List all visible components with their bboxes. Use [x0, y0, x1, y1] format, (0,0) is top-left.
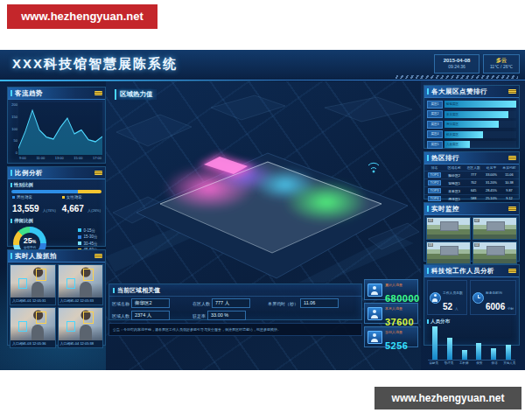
- stop-rate-value: 33.00 %: [207, 311, 246, 320]
- male-bar-segment: [11, 190, 78, 193]
- rank-tag: 展区1: [427, 101, 443, 108]
- panel-face-capture: 实时人脸抓拍 入口相机-01 12:05:31 入口相机-02 12:05:33…: [7, 249, 106, 346]
- face-snapshot[interactable]: 入口相机-04 12:05:38: [58, 307, 104, 348]
- temperature-text: 11℃ / 26℃: [484, 64, 519, 70]
- snapshot-photo: [10, 308, 55, 340]
- snapshot-photo: [59, 308, 103, 340]
- snapshot-photo: [59, 265, 103, 298]
- camera-id: 02: [474, 219, 480, 222]
- face-snapshot[interactable]: 入口相机-03 12:05:36: [10, 307, 56, 348]
- male-swatch: [12, 196, 15, 199]
- snapshot-caption: 入口相机-04 12:05:38: [59, 340, 103, 347]
- panel-menu-icon[interactable]: [508, 206, 516, 211]
- heat-value-label: 区域热力值: [115, 89, 157, 100]
- bar: [462, 350, 467, 360]
- stat-label: 累计人流量: [385, 283, 402, 287]
- stat-card-today-visitors: 当日人流量 5256: [364, 326, 418, 347]
- snapshot-caption: 入口相机-02 12:05:33: [59, 298, 103, 304]
- bar: [491, 348, 496, 360]
- panel-staff-analysis: 科技馆工作人员分析 工作人员总数 52 人 服务总时间 6006 小时 人员分布…: [424, 264, 520, 346]
- table-header-row: 排名区域名称在区人数驻足率单屏均时: [424, 164, 519, 172]
- stat-label: 当日人流量: [385, 330, 402, 334]
- field-label: 区域人数: [112, 313, 130, 318]
- panel-likes-ranking: 各大展区点赞排行 展区1智慧展区 展区2未来展区 展区3海洋展区 展区4航天展区…: [424, 85, 520, 149]
- field-label: 在区人数: [192, 301, 210, 306]
- rank-tag: 展区2: [427, 110, 443, 118]
- rank-bar-row: 展区1智慧展区: [427, 101, 516, 108]
- gender-ratio-bar: [11, 190, 102, 193]
- camera-id: 03: [428, 243, 433, 247]
- female-swatch: [62, 196, 65, 199]
- face-detect-box: [66, 321, 75, 332]
- weather-display: 多云 11℃ / 26℃: [483, 54, 520, 74]
- panel-hot-zone-ranking: 热区排行 排名区域名称在区人数驻足率单屏均时 TOP1御华区277733.00%…: [424, 151, 520, 200]
- title-bar: XXX科技馆智慧展陈系统 2015-04-08 09:24:36 多云 11℃ …: [0, 50, 525, 80]
- stat-label: 本月人流量: [385, 306, 402, 311]
- stat-value: 5256: [385, 340, 408, 351]
- table-row: TOP2智慧区170231.20%10.38: [424, 179, 519, 187]
- field-label: 单屏均时（秒）: [268, 301, 298, 306]
- area-name-value[interactable]: 御华区2: [131, 298, 170, 308]
- time-text: 09:24:36: [435, 64, 479, 70]
- face-detect-box: [66, 278, 75, 289]
- face-detect-box: [36, 312, 46, 324]
- bar: [432, 326, 438, 360]
- visitors-icon: [368, 331, 382, 344]
- rank-bar: 海洋展区: [444, 121, 499, 128]
- flow-y-axis: 200150100500: [10, 102, 18, 155]
- ratio-title: 比例分析: [15, 169, 43, 178]
- snapshot-photo: [10, 265, 55, 298]
- avg-screen-time-value: 11.06: [300, 298, 339, 308]
- panel-flow-trend: 客流趋势 200150100500 9:0011:0013:0015:0017:…: [7, 87, 106, 164]
- current-values-title: 当前区域相关值: [109, 284, 361, 297]
- panel-menu-icon[interactable]: [508, 156, 516, 160]
- staff-distribution-x-axis: 讲解员管理员工程师保安保洁其他人员: [424, 360, 519, 365]
- camera-feed[interactable]: 04: [472, 242, 517, 264]
- bar: [506, 345, 511, 360]
- rank-bar-row: 展区5儿童展区: [427, 141, 516, 149]
- panel-current-area-values: 当前区域相关值 区域名称御华区2 在区人数777 人 单屏均时（秒）11.06 …: [108, 284, 362, 320]
- face-detect-box: [36, 269, 46, 281]
- rank-bar-row: 展区2未来展区: [427, 110, 516, 118]
- rank-tag: 展区4: [427, 130, 443, 138]
- panel-menu-icon[interactable]: [508, 269, 516, 273]
- page-title: XXX科技馆智慧展陈系统: [12, 56, 178, 73]
- dashboard: XXX科技馆智慧展陈系统 2015-04-08 09:24:36 多云 11℃ …: [0, 50, 525, 370]
- staff-analysis-title: 科技馆工作人员分析: [431, 267, 494, 276]
- weather-text: 多云: [484, 57, 519, 64]
- area-people-value: 2374 人: [131, 311, 170, 320]
- camera-id: 04: [474, 243, 480, 247]
- field-label: 驻足率: [192, 313, 206, 318]
- rank-bar-row: 展区4航天展区: [427, 130, 516, 138]
- notice-bar: 公告：今日馆内客流平稳，请各展区工作人员做好参观引导与安全服务，保持展区环境整洁…: [108, 323, 362, 336]
- camera-feed[interactable]: 03: [426, 242, 471, 264]
- panel-menu-icon[interactable]: [94, 254, 102, 258]
- table-row: TOP1御华区277733.00%11.06: [424, 172, 519, 179]
- panel-menu-icon[interactable]: [94, 91, 102, 95]
- date-display: 2015-04-08 09:24:36: [434, 54, 480, 74]
- camera-feed[interactable]: 02: [472, 217, 517, 240]
- rank-bar: 智慧展区: [444, 101, 516, 108]
- face-detect-box: [18, 321, 27, 332]
- rank-bar: 航天展区: [444, 131, 483, 138]
- person-icon: [430, 292, 441, 304]
- staff-dist-subtitle: 人员分布: [424, 316, 519, 326]
- camera-id: 01: [428, 219, 433, 222]
- rank-bar-row: 展区3海洋展区: [427, 121, 516, 129]
- male-stat: 男性游客 13,559 人(74%): [12, 195, 56, 215]
- camera-feed[interactable]: 01: [426, 217, 471, 240]
- table-row: TOP3未来区364528.45%9.87: [424, 187, 519, 195]
- building-3d-model[interactable]: [106, 81, 421, 283]
- field-label: 区域名称: [112, 301, 130, 306]
- staff-distribution-bar-chart: [428, 326, 515, 360]
- panel-menu-icon[interactable]: [94, 171, 102, 175]
- face-snapshot[interactable]: 入口相机-01 12:05:31: [10, 264, 56, 305]
- face-snapshot[interactable]: 入口相机-02 12:05:33: [58, 264, 104, 305]
- in-area-count-value: 777 人: [212, 298, 250, 308]
- likes-ranking-title: 各大展区点赞排行: [431, 88, 487, 96]
- wifi-signal-icon: [368, 163, 379, 172]
- rank-bar: 儿童展区: [444, 141, 470, 148]
- panel-menu-icon[interactable]: [508, 89, 516, 94]
- rank-tag: 展区5: [427, 141, 443, 149]
- watermark-bottom: www.hezhengyuan.net: [374, 387, 522, 410]
